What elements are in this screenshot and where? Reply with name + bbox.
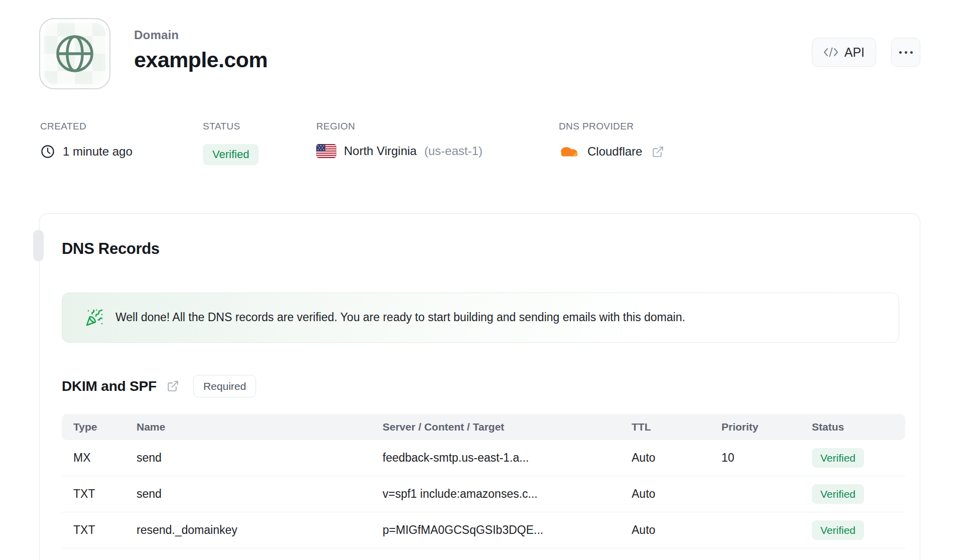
page-header: Domain example.com API [39,18,920,89]
cell-ttl: Auto [632,523,721,537]
cell-ttl: Auto [632,487,721,501]
dkim-spf-title: DKIM and SPF [62,379,157,393]
dns-provider-value: Cloudflare [587,146,642,158]
created-label: CREATED [40,121,133,131]
cell-ttl: Auto [632,451,721,465]
party-popper-icon [85,309,103,327]
header-actions: API [812,18,920,67]
region-name: North Virginia [344,145,417,157]
success-banner-text: Well done! All the DNS records are verif… [115,310,685,325]
table-row[interactable]: MX send feedback-smtp.us-east-1.a... Aut… [62,440,905,476]
col-header-status: Status [812,421,894,433]
cell-content: v=spf1 include:amazonses.c... [383,487,632,501]
table-row[interactable]: TXT send v=spf1 include:amazonses.c... A… [62,476,905,512]
verified-badge: Verified [812,520,864,540]
meta-dns-provider: DNS PROVIDER Cloudflare [559,121,664,159]
dns-records-table: Type Name Server / Content / Target TTL … [62,414,905,548]
table-row[interactable]: TXT resend._domainkey p=MIGfMA0GCSqGSIb3… [62,512,905,548]
page-eyebrow: Domain [134,29,268,41]
verified-badge: Verified [812,484,864,504]
status-label: STATUS [203,121,259,131]
domain-avatar [39,18,110,89]
cell-priority: 10 [721,451,812,465]
meta-created: CREATED 1 minute ago [40,121,133,159]
cell-type: TXT [73,523,137,537]
col-header-priority: Priority [721,421,812,433]
cell-name: send [137,451,383,465]
dns-records-card: DNS Records Well done! All the DNS recor… [39,213,920,560]
more-options-button[interactable] [891,38,920,67]
header-text: Domain example.com [134,18,268,71]
meta-region: REGION [316,121,482,158]
cell-status: Verified [812,484,894,504]
ellipsis-icon [899,51,913,54]
required-badge: Required [193,375,256,397]
created-value: 1 minute ago [63,146,133,158]
col-header-name: Name [137,421,383,433]
us-flag-icon [316,144,336,158]
col-header-type: Type [73,421,137,433]
clock-icon [40,144,55,159]
domain-detail-page: Domain example.com API [0,0,976,560]
col-header-content: Server / Content / Target [383,421,632,433]
external-link-icon[interactable] [652,146,664,158]
cell-content: feedback-smtp.us-east-1.a... [383,451,632,465]
api-button[interactable]: API [812,38,876,67]
cell-type: TXT [73,487,137,501]
col-header-ttl: TTL [632,421,721,433]
api-button-label: API [844,45,865,60]
dns-records-title: DNS Records [62,239,905,259]
region-code: (us-east-1) [424,145,482,157]
external-link-icon[interactable] [167,380,179,392]
verified-badge: Verified [812,448,864,468]
dns-provider-label: DNS PROVIDER [559,121,664,131]
dkim-spf-header: DKIM and SPF Required [62,375,905,397]
table-header-row: Type Name Server / Content / Target TTL … [62,414,905,440]
status-badge: Verified [203,144,259,165]
success-banner: Well done! All the DNS records are verif… [62,293,899,343]
region-label: REGION [316,121,482,131]
cell-type: MX [73,451,137,465]
cell-status: Verified [812,520,894,540]
meta-status: STATUS Verified [203,121,259,165]
globe-icon [54,33,95,74]
cell-name: send [137,487,383,501]
cell-status: Verified [812,448,894,468]
page-title: example.com [134,49,268,71]
cell-name: resend._domainkey [137,523,383,537]
cell-content: p=MIGfMA0GCSqGSIb3DQE... [383,523,632,537]
section-scroll-indicator [33,230,44,261]
code-icon [823,47,838,57]
cloudflare-icon [559,144,580,159]
